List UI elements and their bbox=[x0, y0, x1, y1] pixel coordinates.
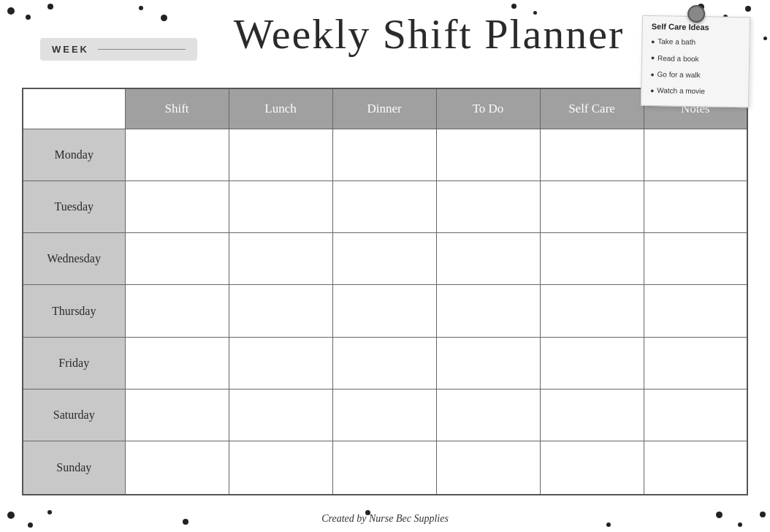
self-care-item: Take a bath bbox=[651, 34, 740, 52]
day-cell-wednesday: Wednesday bbox=[23, 233, 125, 285]
content-cell[interactable] bbox=[540, 180, 644, 232]
content-cell[interactable] bbox=[332, 180, 436, 232]
day-cell-thursday: Thursday bbox=[23, 285, 125, 337]
table-header-row: ShiftLunchDinnerTo DoSelf CareNotes bbox=[23, 88, 747, 129]
decorative-dot bbox=[745, 6, 751, 12]
self-care-item: Watch a movie bbox=[650, 83, 739, 101]
column-header-shift: Shift bbox=[125, 88, 229, 129]
content-cell[interactable] bbox=[540, 285, 644, 337]
content-cell[interactable] bbox=[229, 389, 332, 441]
week-label: WEEK bbox=[52, 44, 89, 55]
content-cell[interactable] bbox=[540, 233, 644, 285]
content-cell[interactable] bbox=[332, 441, 436, 495]
content-cell[interactable] bbox=[229, 129, 332, 180]
day-cell-monday: Monday bbox=[23, 129, 125, 180]
day-cell-friday: Friday bbox=[23, 337, 125, 389]
content-cell[interactable] bbox=[332, 285, 436, 337]
content-cell[interactable] bbox=[332, 233, 436, 285]
content-cell[interactable] bbox=[540, 337, 644, 389]
content-cell[interactable] bbox=[436, 285, 540, 337]
content-cell[interactable] bbox=[125, 129, 229, 180]
week-box: WEEK bbox=[40, 38, 197, 61]
column-header-to-do: To Do bbox=[436, 88, 540, 129]
content-cell[interactable] bbox=[125, 389, 229, 441]
self-care-card-title: Self Care Ideas bbox=[652, 22, 741, 32]
column-header-dinner: Dinner bbox=[332, 88, 436, 129]
self-care-item: Read a book bbox=[651, 50, 740, 68]
footer: Created by Nurse Bec Supplies bbox=[0, 513, 770, 525]
table-row: Thursday bbox=[23, 285, 747, 337]
content-cell[interactable] bbox=[229, 285, 332, 337]
day-cell-sunday: Sunday bbox=[23, 441, 125, 495]
content-cell[interactable] bbox=[540, 389, 644, 441]
content-cell[interactable] bbox=[436, 389, 540, 441]
planner-table: ShiftLunchDinnerTo DoSelf CareNotes Mond… bbox=[22, 88, 748, 495]
decorative-dot bbox=[47, 4, 53, 10]
content-cell[interactable] bbox=[229, 233, 332, 285]
content-cell[interactable] bbox=[229, 180, 332, 232]
decorative-dot bbox=[763, 37, 767, 40]
content-cell[interactable] bbox=[436, 441, 540, 495]
content-cell[interactable] bbox=[332, 129, 436, 180]
day-cell-tuesday: Tuesday bbox=[23, 180, 125, 232]
content-cell[interactable] bbox=[644, 441, 747, 495]
day-column-header bbox=[23, 88, 125, 129]
decorative-dot bbox=[511, 4, 516, 9]
decorative-dot bbox=[161, 15, 167, 21]
self-care-items-list: Take a bathRead a bookGo for a walkWatch… bbox=[650, 34, 741, 101]
decorative-dot bbox=[7, 7, 15, 15]
content-cell[interactable] bbox=[644, 180, 747, 232]
content-cell[interactable] bbox=[125, 441, 229, 495]
content-cell[interactable] bbox=[125, 285, 229, 337]
table-row: Friday bbox=[23, 337, 747, 389]
column-header-self-care: Self Care bbox=[540, 88, 644, 129]
content-cell[interactable] bbox=[436, 129, 540, 180]
content-cell[interactable] bbox=[125, 180, 229, 232]
decorative-dot bbox=[139, 6, 143, 10]
self-care-item: Go for a walk bbox=[650, 66, 739, 85]
content-cell[interactable] bbox=[436, 233, 540, 285]
column-header-lunch: Lunch bbox=[229, 88, 332, 129]
content-cell[interactable] bbox=[540, 441, 644, 495]
table-body: MondayTuesdayWednesdayThursdayFridaySatu… bbox=[23, 129, 747, 495]
content-cell[interactable] bbox=[436, 180, 540, 232]
content-cell[interactable] bbox=[229, 441, 332, 495]
table-row: Saturday bbox=[23, 389, 747, 441]
content-cell[interactable] bbox=[125, 337, 229, 389]
content-cell[interactable] bbox=[332, 337, 436, 389]
content-cell[interactable] bbox=[644, 233, 747, 285]
table-row: Wednesday bbox=[23, 233, 747, 285]
content-cell[interactable] bbox=[644, 337, 747, 389]
content-cell[interactable] bbox=[332, 389, 436, 441]
content-cell[interactable] bbox=[644, 389, 747, 441]
content-cell[interactable] bbox=[644, 129, 747, 180]
decorative-dot bbox=[26, 15, 31, 20]
page-container: WEEK Weekly Shift Planner Self Care Idea… bbox=[0, 0, 770, 532]
page-title: Weekly Shift Planner bbox=[190, 13, 668, 56]
table-row: Monday bbox=[23, 129, 747, 180]
content-cell[interactable] bbox=[229, 337, 332, 389]
content-cell[interactable] bbox=[540, 129, 644, 180]
content-cell[interactable] bbox=[436, 337, 540, 389]
day-cell-saturday: Saturday bbox=[23, 389, 125, 441]
content-cell[interactable] bbox=[125, 233, 229, 285]
self-care-card: Self Care Ideas Take a bathRead a bookGo… bbox=[641, 15, 750, 107]
content-cell[interactable] bbox=[644, 285, 747, 337]
table-row: Tuesday bbox=[23, 180, 747, 232]
title-area: Weekly Shift Planner bbox=[190, 13, 668, 56]
table-row: Sunday bbox=[23, 441, 747, 495]
planner-table-wrap: ShiftLunchDinnerTo DoSelf CareNotes Mond… bbox=[22, 88, 748, 495]
week-line bbox=[98, 49, 186, 50]
